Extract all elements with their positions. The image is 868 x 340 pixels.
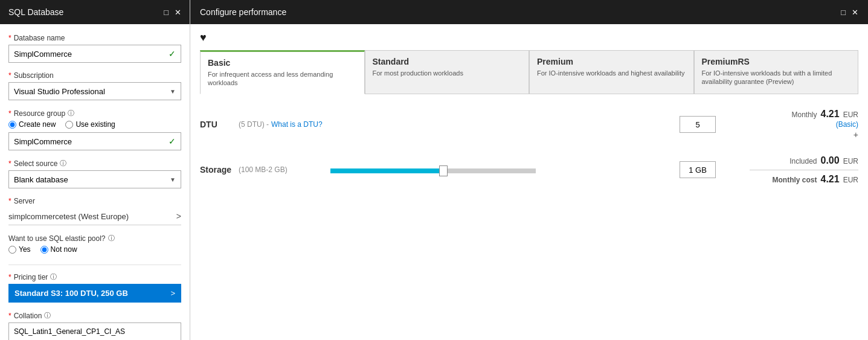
right-panel-header: Configure performance □ ✕ bbox=[190, 0, 868, 24]
right-panel: Configure performance □ ✕ ♥ Basic For in… bbox=[190, 0, 868, 340]
storage-currency: EUR bbox=[843, 157, 858, 165]
plus-sign: + bbox=[854, 130, 858, 140]
resource-group-radio-group: Create new Use existing bbox=[8, 120, 181, 129]
monthly-cost-currency: EUR bbox=[843, 176, 858, 184]
tab-standard[interactable]: Standard For most production workloads bbox=[365, 50, 530, 94]
server-value: simplcommercetest (West Europe) bbox=[8, 212, 129, 221]
subscription-field: * Subscription Visual Studio Professiona… bbox=[8, 71, 181, 100]
collation-input[interactable] bbox=[14, 327, 176, 336]
dtu-value-box[interactable]: 5 bbox=[680, 116, 716, 133]
subscription-label: * Subscription bbox=[8, 71, 181, 80]
not-now-option[interactable]: Not now bbox=[40, 245, 77, 254]
left-panel-title: SQL Database bbox=[8, 7, 63, 17]
server-value-row[interactable]: simplcommercetest (West Europe) > bbox=[8, 208, 181, 225]
left-panel: SQL Database □ ✕ * Database name ✓ * Sub… bbox=[0, 0, 190, 340]
required-star: * bbox=[8, 71, 11, 80]
performance-section: DTU (5 DTU) - What is a DTU? 5 Monthly 4… bbox=[200, 104, 858, 190]
monthly-cost-value: 4.21 bbox=[821, 174, 840, 185]
pricing-tier-selector[interactable]: Standard S3: 100 DTU, 250 GB > bbox=[8, 284, 181, 303]
storage-cost-row: Included 0.00 EUR bbox=[789, 155, 858, 166]
storage-value-box[interactable]: 1 GB bbox=[680, 161, 716, 178]
collation-field: * Collation ⓘ bbox=[8, 311, 181, 340]
dtu-monthly-label: Monthly bbox=[791, 111, 817, 119]
select-source-field: * Select source ⓘ Blank database ▼ bbox=[8, 159, 181, 188]
select-source-select[interactable]: Blank database bbox=[9, 171, 181, 188]
storage-cost-value: 0.00 bbox=[821, 155, 840, 166]
pricing-tier-value: Standard S3: 100 DTU, 250 GB bbox=[14, 289, 128, 298]
select-source-dropdown[interactable]: Blank database ▼ bbox=[8, 170, 181, 188]
elastic-pool-label: Want to use SQL elastic pool? ⓘ bbox=[8, 234, 181, 243]
close-icon[interactable]: ✕ bbox=[175, 8, 181, 17]
chevron-right-icon: > bbox=[170, 289, 175, 298]
close-icon[interactable]: ✕ bbox=[852, 8, 858, 17]
pricing-tier-field: * Pricing tier ⓘ Standard S3: 100 DTU, 2… bbox=[8, 272, 181, 303]
storage-sublabel: (100 MB-2 GB) bbox=[239, 165, 288, 174]
database-name-input-wrapper: ✓ bbox=[8, 45, 181, 63]
collation-input-wrapper bbox=[8, 322, 181, 340]
chevron-right-icon: > bbox=[176, 211, 181, 221]
tab-basic[interactable]: Basic For infrequent access and less dem… bbox=[200, 50, 365, 94]
dtu-sublabel: (5 DTU) - bbox=[239, 120, 269, 129]
storage-included-label: Included bbox=[789, 157, 817, 165]
pricing-tier-label-text: * Pricing tier ⓘ bbox=[8, 272, 181, 281]
use-existing-radio[interactable] bbox=[65, 121, 73, 129]
storage-slider-thumb[interactable] bbox=[439, 165, 448, 176]
minimize-icon[interactable]: □ bbox=[164, 8, 169, 17]
yes-radio[interactable] bbox=[8, 246, 16, 254]
left-panel-content: * Database name ✓ * Subscription Visual … bbox=[0, 24, 190, 340]
monthly-cost-label: Monthly cost bbox=[773, 176, 817, 184]
required-star: * bbox=[8, 159, 11, 168]
storage-cost-area: Included 0.00 EUR Monthly cost 4.21 EUR bbox=[738, 155, 858, 185]
select-source-label: * Select source ⓘ bbox=[8, 159, 181, 168]
required-star: * bbox=[8, 34, 11, 42]
right-panel-header-icons: □ ✕ bbox=[841, 8, 858, 17]
storage-label-area: Storage (100 MB-2 GB) bbox=[200, 165, 321, 175]
storage-slider-track bbox=[330, 168, 536, 173]
tab-premiumrs[interactable]: PremiumRS For IO-intensive workloads but… bbox=[694, 50, 859, 94]
info-icon: ⓘ bbox=[60, 159, 66, 168]
dtu-label: DTU bbox=[200, 120, 236, 129]
create-new-radio[interactable] bbox=[8, 121, 16, 129]
use-existing-option[interactable]: Use existing bbox=[65, 120, 115, 129]
dtu-value: 5 bbox=[695, 120, 699, 129]
resource-group-input-wrapper: ✓ bbox=[8, 132, 181, 150]
resource-group-input[interactable] bbox=[14, 137, 169, 146]
create-new-option[interactable]: Create new bbox=[8, 120, 56, 129]
check-icon: ✓ bbox=[169, 136, 176, 146]
required-star: * bbox=[8, 312, 11, 320]
dtu-cost-area: Monthly 4.21 EUR (Basic) + bbox=[738, 109, 858, 141]
required-star: * bbox=[8, 273, 11, 281]
info-icon: ⓘ bbox=[108, 234, 115, 243]
database-name-field: * Database name ✓ bbox=[8, 34, 181, 63]
not-now-radio[interactable] bbox=[40, 246, 48, 254]
storage-label: Storage bbox=[200, 165, 236, 175]
dtu-row: DTU (5 DTU) - What is a DTU? 5 Monthly 4… bbox=[200, 109, 858, 141]
dtu-label-area: DTU (5 DTU) - What is a DTU? bbox=[200, 120, 323, 129]
minimize-icon[interactable]: □ bbox=[841, 8, 846, 17]
storage-value: 1 GB bbox=[689, 165, 707, 175]
server-label: * Server bbox=[8, 197, 181, 205]
resource-group-field: * Resource group ⓘ Create new Use existi… bbox=[8, 109, 181, 150]
storage-slider-fill bbox=[330, 168, 443, 173]
check-icon: ✓ bbox=[169, 49, 176, 59]
dtu-currency: EUR bbox=[843, 111, 858, 119]
elastic-pool-radio-group: Yes Not now bbox=[8, 245, 181, 254]
left-panel-header: SQL Database □ ✕ bbox=[0, 0, 190, 24]
dtu-link[interactable]: What is a DTU? bbox=[271, 120, 323, 129]
subscription-dropdown[interactable]: Visual Studio Professional ▼ bbox=[8, 82, 181, 100]
separator bbox=[750, 170, 858, 170]
tier-tabs: Basic For infrequent access and less dem… bbox=[200, 50, 858, 94]
storage-row: Storage (100 MB-2 GB) 1 GB Included 0.00 bbox=[200, 155, 858, 185]
dtu-cost-value: 4.21 bbox=[821, 109, 840, 120]
left-panel-header-icons: □ ✕ bbox=[164, 8, 181, 17]
yes-option[interactable]: Yes bbox=[8, 245, 31, 254]
required-star: * bbox=[8, 109, 11, 118]
subscription-select[interactable]: Visual Studio Professional bbox=[9, 83, 181, 100]
favorite-icon[interactable]: ♥ bbox=[200, 31, 858, 44]
database-name-input[interactable] bbox=[14, 50, 169, 59]
storage-slider-area bbox=[330, 166, 670, 173]
tab-premium[interactable]: Premium For IO-intensive workloads and h… bbox=[529, 50, 694, 94]
dtu-monthly-row: Monthly 4.21 EUR bbox=[791, 109, 858, 120]
resource-group-label: * Resource group ⓘ bbox=[8, 109, 181, 118]
database-name-label: * Database name bbox=[8, 34, 181, 42]
